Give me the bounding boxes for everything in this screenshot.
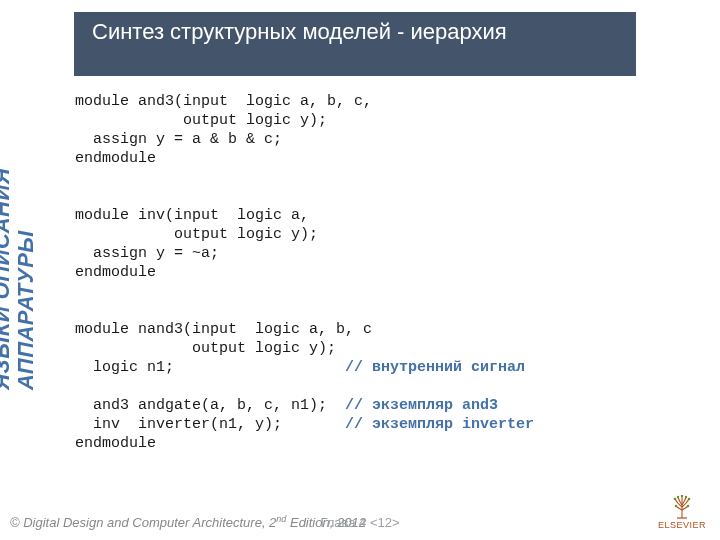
code-line: assign y = a & b & c; [75,131,282,148]
title-text: Синтез структурных моделей - иерархия [92,19,507,44]
code-line: logic n1; [75,359,345,376]
code-comment: // экземпляр and3 [345,397,498,414]
code-line: module nand3(input logic a, b, c [75,321,372,338]
sidebar-line1: ЯЗЫКИ ОПИСАНИЯ [0,168,14,390]
elsevier-logo: ELSEVIER [658,495,706,530]
svg-point-3 [685,496,687,498]
code-line: and3 andgate(a, b, c, n1); [75,397,345,414]
code-line: endmodule [75,150,156,167]
code-line: endmodule [75,435,156,452]
code-line: assign y = ~a; [75,245,219,262]
code-line: module and3(input logic a, b, c, [75,93,372,110]
svg-point-4 [681,495,683,497]
svg-point-2 [677,496,679,498]
slide-title: Синтез структурных моделей - иерархия [74,12,636,76]
code-block: module and3(input logic a, b, c, output … [75,92,534,453]
code-line: endmodule [75,264,156,281]
code-comment: // внутренний сигнал [345,359,525,376]
sidebar-label-inner: ЯЗЫКИ ОПИСАНИЯ АППАРАТУРЫ [0,168,38,390]
svg-point-6 [687,505,689,507]
svg-point-1 [688,498,691,501]
code-comment: // экземпляр inverter [345,416,534,433]
sidebar-label: ЯЗЫКИ ОПИСАНИЯ АППАРАТУРЫ [18,90,58,390]
code-line: output logic y); [75,226,318,243]
tree-icon [671,495,693,519]
logo-text: ELSEVIER [658,520,706,530]
svg-point-0 [674,498,677,501]
code-line: output logic y); [75,112,327,129]
chapter-footer: Глава 4 <12> [0,515,720,530]
sidebar-line2: АППАРАТУРЫ [14,168,38,390]
code-line: inv inverter(n1, y); [75,416,345,433]
page-number: <12> [370,515,400,530]
code-line: module inv(input logic a, [75,207,309,224]
svg-point-5 [675,505,677,507]
chapter-label: Глава 4 [320,515,370,530]
code-line: output logic y); [75,340,336,357]
